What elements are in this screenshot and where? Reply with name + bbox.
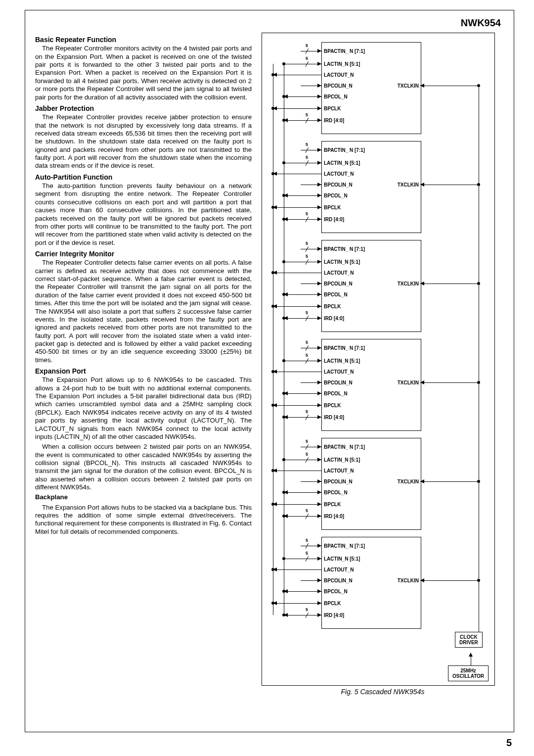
- connector-line: [420, 580, 479, 581]
- bus-junction-dot: [282, 614, 285, 616]
- bus-width-label: 5: [306, 439, 308, 444]
- signal-label: BPCOL_N: [324, 391, 348, 396]
- diagram-column: BPACTIN_ N [7:1]LACTIN_N [5:1]LACTOUT_NB…: [262, 33, 504, 696]
- arrow-right-icon: [317, 445, 321, 449]
- arrow-right-icon: [317, 514, 321, 518]
- connector-line: [284, 195, 321, 196]
- connector-line: [420, 185, 479, 185]
- connector-line: [284, 460, 321, 460]
- signal-label: IRD [4:0]: [324, 514, 344, 519]
- bus-width-label: 5: [306, 241, 308, 246]
- signal-label-txclkin: TXCLKIN: [398, 182, 419, 188]
- connector-line: [420, 481, 479, 482]
- connector-line: [284, 559, 321, 559]
- bus-junction-dot: [271, 503, 274, 506]
- bus-junction-dot: [282, 161, 285, 164]
- bus-junction-dot: [282, 293, 285, 296]
- connector-line: [273, 306, 321, 307]
- bus-junction-dot: [282, 194, 285, 197]
- signal-label: BPACTIN_ N [7:1]: [324, 48, 365, 54]
- signal-label: BPACTIN_ N [7:1]: [324, 246, 365, 252]
- bus-junction-dot: [271, 73, 274, 76]
- signal-label: BPCLK: [324, 403, 341, 408]
- bus-width-label: 5: [306, 56, 308, 61]
- connector-line: [273, 207, 321, 208]
- bus-junction-dot: [282, 218, 285, 221]
- bus-junction-dot: [477, 84, 480, 87]
- bus-junction-dot: [477, 480, 480, 483]
- signal-label: IRD [4:0]: [324, 118, 344, 123]
- repeater-block: BPACTIN_ N [7:1]LACTIN_N [5:1]LACTOUT_NB…: [321, 339, 421, 431]
- section-body-expansion-2: When a collision occurs between 2 twiste…: [35, 443, 252, 491]
- signal-label: BPCOLIN_N: [324, 578, 353, 583]
- arrow-right-icon: [317, 94, 321, 98]
- repeater-block: BPACTIN_ N [7:1]LACTIN_N [5:1]LACTOUT_NB…: [321, 141, 421, 233]
- connector-line: [420, 382, 479, 383]
- signal-label: LACTOUT_N: [324, 468, 354, 473]
- bus-junction-dot: [477, 282, 480, 285]
- bus-junction-dot: [282, 260, 285, 263]
- bus-junction-dot: [282, 359, 285, 362]
- connector-line: [284, 219, 321, 220]
- section-body-autopartition: The auto-partition function prevents fau…: [35, 182, 252, 247]
- signal-label: BPCLK: [324, 304, 341, 309]
- bus-junction-dot: [282, 416, 285, 419]
- bus-junction-dot: [282, 458, 285, 461]
- connector-line: [284, 591, 321, 592]
- content-row: Basic Repeater Function The Repeater Con…: [35, 33, 504, 696]
- signal-label: LACTIN_N [5:1]: [324, 160, 360, 166]
- connector-line: [284, 417, 321, 418]
- bus-width-label: 5: [306, 211, 308, 216]
- figure-caption: Fig. 5 Cascaded NWK954s: [262, 688, 504, 696]
- bus-slash: [305, 514, 313, 522]
- signal-label: IRD [4:0]: [324, 217, 344, 222]
- section-body-basic: The Repeater Controller monitors activit…: [35, 45, 252, 101]
- connector-line: [273, 471, 321, 471]
- bus-junction-dot: [282, 557, 285, 560]
- connector-line: [284, 492, 321, 493]
- connector-line: [284, 294, 321, 295]
- signal-label: LACTOUT_N: [324, 171, 354, 177]
- signal-label: BPCOL_N: [324, 589, 348, 594]
- signal-label: BPCLK: [324, 502, 341, 507]
- bus-junction-dot: [282, 62, 285, 65]
- section-body-expansion-1: The Expansion Port allows up to 6 NWK954…: [35, 376, 252, 441]
- bus-width-label: 5: [306, 508, 308, 513]
- arrow-left-icon: [420, 183, 424, 187]
- bus-junction-dot: [282, 317, 285, 320]
- section-title-expansion: Expansion Port: [35, 367, 252, 376]
- bus-slash: [305, 118, 313, 126]
- bus-width-label: 5: [306, 142, 308, 147]
- arrow-right-icon: [317, 380, 321, 384]
- arrow-right-icon: [317, 193, 321, 197]
- connector-line: [273, 273, 321, 273]
- connector-line: [273, 603, 321, 604]
- left-bus-line: [273, 64, 273, 615]
- bus-width-label: 5: [306, 452, 308, 457]
- bus-junction-dot: [477, 579, 480, 582]
- connector-line: [273, 372, 321, 372]
- section-title-basic: Basic Repeater Function: [35, 36, 252, 44]
- connector-line: [284, 615, 321, 615]
- connector-line: [284, 262, 321, 262]
- signal-label-txclkin: TXCLKIN: [398, 479, 419, 484]
- signal-label: LACTOUT_N: [324, 72, 354, 78]
- signal-label: LACTOUT_N: [324, 567, 354, 572]
- signal-label: LACTOUT_N: [324, 270, 354, 276]
- repeater-block: BPACTIN_ N [7:1]LACTIN_N [5:1]LACTOUT_NB…: [321, 240, 421, 332]
- connector-line: [284, 516, 321, 517]
- oscillator-box: 25MHzOSCILLATOR: [448, 665, 489, 681]
- bus-junction-dot: [271, 305, 274, 308]
- page-frame: NWK954 Basic Repeater Function The Repea…: [25, 10, 514, 732]
- left-bus-line: [284, 64, 284, 615]
- bus-slash: [305, 217, 313, 225]
- arrow-right-icon: [317, 118, 321, 122]
- bus-junction-dot: [282, 590, 285, 593]
- arrow-right-icon: [317, 183, 321, 187]
- signal-label: BPCOL_N: [324, 490, 348, 495]
- bus-junction-dot: [271, 206, 274, 209]
- signal-label: BPCOLIN_N: [324, 281, 353, 286]
- subsection-title-backplane: Backplane: [35, 493, 252, 501]
- arrow-right-icon: [317, 282, 321, 285]
- section-title-jabber: Jabber Protection: [35, 104, 252, 113]
